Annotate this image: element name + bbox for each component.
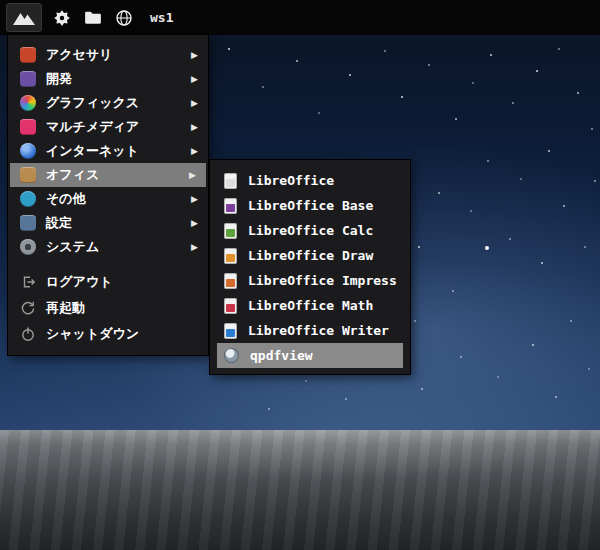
workspace-indicator[interactable]: ws1 (150, 10, 173, 25)
submenu-item-libreoffice[interactable]: LibreOffice (210, 168, 410, 193)
libreoffice-writer-icon (224, 323, 237, 339)
submenu-item-label: LibreOffice Draw (248, 248, 400, 263)
wallpaper-terrain (0, 430, 600, 550)
menu-item-restart[interactable]: 再起動 (8, 295, 208, 321)
submenu-item-libreoffice-writer[interactable]: LibreOffice Writer (210, 318, 410, 343)
submenu-item-libreoffice-calc[interactable]: LibreOffice Calc (210, 218, 410, 243)
menu-item-label: その他 (46, 190, 181, 208)
file-manager-launcher[interactable] (82, 7, 104, 29)
submenu-item-label: LibreOffice Base (248, 198, 400, 213)
libreoffice-impress-icon (224, 273, 237, 289)
chevron-right-icon: ▶ (191, 51, 198, 60)
menu-separator (8, 259, 208, 269)
submenu-item-label: LibreOffice Writer (248, 323, 400, 338)
office-icon (20, 167, 36, 183)
logout-icon (20, 274, 36, 290)
globe-icon (115, 9, 133, 27)
app-menu-button[interactable] (6, 3, 42, 32)
libreoffice-icon (224, 173, 237, 189)
submenu-item-label: LibreOffice Math (248, 298, 400, 313)
menu-item-label: 設定 (46, 214, 181, 232)
menu-item-development[interactable]: 開発 ▶ (8, 67, 208, 91)
chevron-right-icon: ▶ (191, 219, 198, 228)
menu-item-internet[interactable]: インターネット ▶ (8, 139, 208, 163)
submenu-item-label: LibreOffice Calc (248, 223, 400, 238)
chevron-right-icon: ▶ (191, 147, 198, 156)
menu-item-label: 開発 (46, 70, 181, 88)
submenu-item-libreoffice-math[interactable]: LibreOffice Math (210, 293, 410, 318)
other-icon (20, 191, 36, 207)
restart-icon (20, 300, 36, 316)
submenu-item-libreoffice-base[interactable]: LibreOffice Base (210, 193, 410, 218)
menu-item-label: シャットダウン (46, 325, 198, 343)
shutdown-icon (20, 326, 36, 342)
menu-item-multimedia[interactable]: マルチメディア ▶ (8, 115, 208, 139)
multimedia-icon (20, 119, 36, 135)
menu-item-label: 再起動 (46, 299, 198, 317)
chevron-right-icon: ▶ (191, 123, 198, 132)
settings-icon (20, 215, 36, 231)
qpdfview-icon (224, 348, 239, 363)
menu-item-label: アクセサリ (46, 46, 181, 64)
menu-item-logout[interactable]: ログアウト (8, 269, 208, 295)
development-icon (20, 71, 36, 87)
chevron-right-icon: ▶ (191, 195, 198, 204)
submenu-item-libreoffice-draw[interactable]: LibreOffice Draw (210, 243, 410, 268)
web-browser-launcher[interactable] (113, 7, 135, 29)
menu-item-other[interactable]: その他 ▶ (8, 187, 208, 211)
libreoffice-math-icon (224, 298, 237, 314)
menu-item-shutdown[interactable]: シャットダウン (8, 321, 208, 347)
graphics-icon (20, 95, 36, 111)
chevron-right-icon: ▶ (189, 171, 196, 180)
office-submenu: LibreOffice LibreOffice Base LibreOffice… (210, 160, 410, 374)
menu-item-label: マルチメディア (46, 118, 181, 136)
menu-item-office[interactable]: オフィス ▶ (10, 163, 206, 187)
system-icon (20, 239, 36, 255)
menu-item-label: システム (46, 238, 181, 256)
folder-icon (84, 9, 102, 27)
gear-icon (53, 9, 71, 27)
menu-item-label: インターネット (46, 142, 181, 160)
logo-mountain-icon (12, 10, 36, 26)
accessories-icon (20, 47, 36, 63)
top-panel: ws1 (0, 0, 600, 35)
menu-item-settings[interactable]: 設定 ▶ (8, 211, 208, 235)
libreoffice-base-icon (224, 198, 237, 214)
chevron-right-icon: ▶ (191, 243, 198, 252)
libreoffice-draw-icon (224, 248, 237, 264)
desktop: ws1 アクセサリ ▶ 開発 ▶ グラフィックス ▶ マルチメディア ▶ インタ… (0, 0, 600, 550)
submenu-item-qpdfview[interactable]: qpdfview (217, 343, 403, 368)
submenu-item-label: qpdfview (250, 348, 393, 363)
internet-icon (20, 143, 36, 159)
submenu-item-label: LibreOffice (248, 173, 400, 188)
submenu-item-label: LibreOffice Impress (248, 273, 400, 288)
app-menu: アクセサリ ▶ 開発 ▶ グラフィックス ▶ マルチメディア ▶ インターネット… (8, 35, 208, 355)
menu-item-label: オフィス (46, 166, 179, 184)
chevron-right-icon: ▶ (191, 75, 198, 84)
menu-item-label: グラフィックス (46, 94, 181, 112)
chevron-right-icon: ▶ (191, 99, 198, 108)
menu-item-system[interactable]: システム ▶ (8, 235, 208, 259)
settings-launcher[interactable] (51, 7, 73, 29)
menu-item-label: ログアウト (46, 273, 198, 291)
submenu-item-libreoffice-impress[interactable]: LibreOffice Impress (210, 268, 410, 293)
menu-item-graphics[interactable]: グラフィックス ▶ (8, 91, 208, 115)
menu-item-accessories[interactable]: アクセサリ ▶ (8, 43, 208, 67)
libreoffice-calc-icon (224, 223, 237, 239)
